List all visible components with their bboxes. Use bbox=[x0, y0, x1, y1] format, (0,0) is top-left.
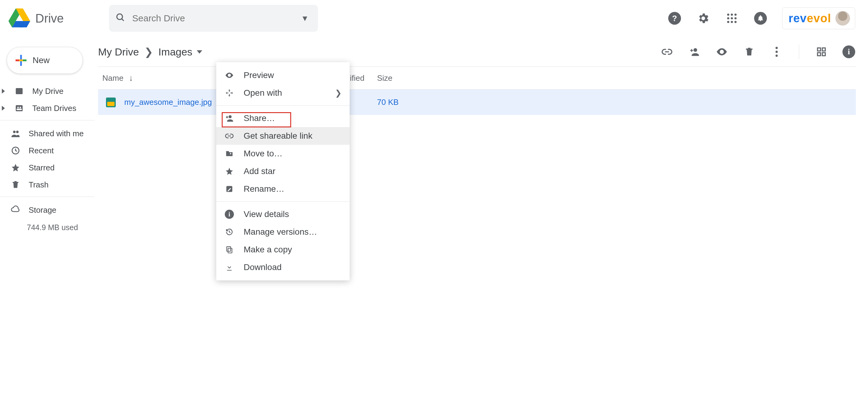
search-input[interactable] bbox=[131, 13, 298, 24]
my-drive-icon bbox=[14, 87, 24, 96]
sidebar-divider bbox=[0, 197, 94, 197]
context-menu-open-with[interactable]: Open with ❯ bbox=[216, 84, 350, 102]
file-name: my_awesome_image.jpg bbox=[124, 97, 212, 107]
share-button[interactable] bbox=[687, 45, 702, 59]
context-menu-label: Download bbox=[244, 263, 282, 272]
help-button[interactable]: ? bbox=[668, 11, 682, 25]
context-menu-label: Add star bbox=[244, 167, 275, 176]
layout-toggle-button[interactable] bbox=[814, 45, 828, 59]
context-menu-separator bbox=[216, 202, 350, 202]
open-with-icon bbox=[224, 89, 235, 97]
gear-icon bbox=[697, 12, 710, 25]
download-icon bbox=[224, 263, 235, 271]
trash-icon bbox=[744, 47, 754, 57]
delete-button[interactable] bbox=[742, 45, 756, 59]
context-menu-label: Move to… bbox=[244, 149, 283, 158]
svg-point-6 bbox=[727, 17, 729, 19]
breadcrumb-current-label: Images bbox=[158, 46, 192, 58]
chevron-down-icon bbox=[197, 50, 202, 54]
context-menu-view-details[interactable]: i View details bbox=[216, 205, 350, 223]
sidebar-item-shared-with-me[interactable]: Shared with me bbox=[0, 125, 94, 142]
sidebar-item-recent[interactable]: Recent bbox=[0, 142, 94, 159]
apps-button[interactable] bbox=[725, 11, 739, 25]
context-menu-manage-versions[interactable]: Manage versions… bbox=[216, 223, 350, 241]
file-thumbnail-icon bbox=[106, 97, 116, 107]
search-options-dropdown-icon[interactable]: ▼ bbox=[298, 14, 312, 23]
preview-button[interactable] bbox=[715, 45, 729, 59]
svg-point-21 bbox=[721, 51, 723, 53]
expand-icon bbox=[2, 106, 5, 111]
context-menu-rename[interactable]: Rename… bbox=[216, 180, 350, 198]
apps-grid-icon bbox=[726, 13, 737, 24]
svg-point-3 bbox=[727, 13, 729, 16]
svg-point-5 bbox=[734, 13, 737, 16]
sidebar-item-starred[interactable]: Starred bbox=[0, 159, 94, 176]
sidebar-divider bbox=[0, 120, 94, 120]
new-button[interactable]: New bbox=[7, 47, 83, 74]
copy-icon bbox=[224, 246, 235, 253]
svg-point-30 bbox=[229, 115, 232, 118]
context-menu-label: Preview bbox=[244, 70, 274, 80]
svg-point-11 bbox=[734, 21, 737, 23]
svg-point-15 bbox=[20, 107, 21, 108]
svg-point-8 bbox=[734, 17, 737, 19]
account-brand-card[interactable]: revevol bbox=[782, 7, 855, 29]
user-avatar[interactable] bbox=[835, 11, 850, 26]
breadcrumb-current[interactable]: Images bbox=[158, 46, 202, 58]
svg-point-20 bbox=[693, 48, 697, 52]
sidebar-item-label: Trash bbox=[29, 180, 49, 189]
top-bar: Drive ▼ ? revevol bbox=[0, 0, 868, 37]
sidebar-item-label: Recent bbox=[29, 146, 54, 155]
new-button-label: New bbox=[33, 56, 50, 65]
context-menu-preview[interactable]: Preview bbox=[216, 66, 350, 84]
context-menu-make-copy[interactable]: Make a copy bbox=[216, 241, 350, 259]
svg-point-17 bbox=[13, 130, 16, 133]
storage-icon bbox=[10, 205, 21, 215]
table-row[interactable]: my_awesome_image.jpg 2018 70 KB bbox=[98, 89, 856, 115]
recent-icon bbox=[10, 146, 21, 155]
breadcrumb-root[interactable]: My Drive bbox=[98, 46, 139, 58]
person-add-icon bbox=[224, 114, 235, 123]
get-link-button[interactable] bbox=[660, 45, 674, 59]
context-menu-move-to[interactable]: Move to… bbox=[216, 145, 350, 162]
drive-logo-icon bbox=[8, 7, 30, 29]
table-header: Name ↓ Owner Last modified Size bbox=[98, 67, 856, 89]
sidebar-item-label: Shared with me bbox=[29, 129, 84, 139]
toolbar-separator bbox=[799, 44, 799, 59]
context-menu-separator bbox=[216, 106, 350, 106]
trash-icon bbox=[10, 180, 21, 189]
column-header-size[interactable]: Size bbox=[377, 73, 420, 83]
svg-point-14 bbox=[18, 107, 19, 108]
sort-arrow-down-icon: ↓ bbox=[129, 73, 133, 83]
notifications-button[interactable] bbox=[753, 11, 768, 25]
context-menu-label: Open with bbox=[244, 88, 282, 98]
context-menu-get-shareable-link[interactable]: Get shareable link bbox=[216, 127, 350, 145]
person-add-icon bbox=[689, 46, 700, 57]
context-menu-label: Get shareable link bbox=[244, 131, 312, 141]
svg-rect-27 bbox=[817, 53, 820, 56]
context-menu-label: Manage versions… bbox=[244, 227, 317, 237]
view-details-button[interactable]: i bbox=[842, 45, 856, 59]
context-menu-download[interactable]: Download bbox=[216, 259, 350, 276]
svg-rect-26 bbox=[822, 48, 825, 51]
more-actions-button[interactable] bbox=[770, 45, 784, 59]
sidebar-item-my-drive[interactable]: My Drive bbox=[0, 83, 94, 99]
svg-rect-33 bbox=[226, 247, 230, 251]
file-toolbar: i bbox=[660, 44, 856, 59]
svg-point-10 bbox=[731, 21, 733, 23]
sidebar-item-storage[interactable]: Storage bbox=[0, 202, 94, 218]
drive-logo-area[interactable]: Drive bbox=[8, 7, 106, 29]
sidebar-item-label: Storage bbox=[29, 205, 56, 215]
context-menu-add-star[interactable]: Add star bbox=[216, 162, 350, 180]
context-menu-label: Rename… bbox=[244, 184, 284, 194]
breadcrumb: My Drive ❯ Images i bbox=[98, 38, 856, 65]
svg-rect-28 bbox=[822, 53, 825, 56]
settings-button[interactable] bbox=[696, 11, 710, 25]
context-menu-share[interactable]: Share… bbox=[216, 110, 350, 127]
sidebar-item-team-drives[interactable]: Team Drives bbox=[0, 100, 94, 116]
sidebar-item-trash[interactable]: Trash bbox=[0, 177, 94, 193]
chevron-right-icon: ❯ bbox=[144, 46, 153, 58]
plus-icon bbox=[16, 55, 27, 66]
search-box[interactable]: ▼ bbox=[109, 5, 318, 32]
svg-point-1 bbox=[117, 14, 122, 19]
